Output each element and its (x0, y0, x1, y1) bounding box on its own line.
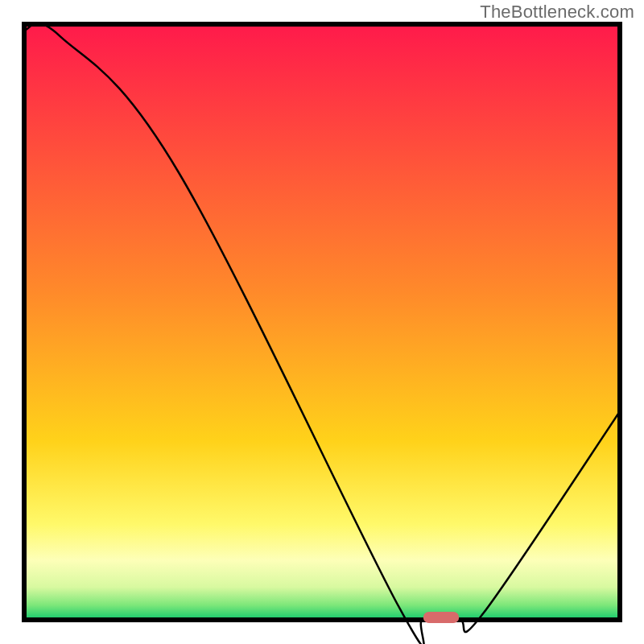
chart-container: TheBottleneck.com (0, 0, 644, 644)
plot-background (24, 24, 620, 620)
optimal-range-marker (423, 612, 459, 623)
watermark-text: TheBottleneck.com (480, 2, 634, 23)
bottleneck-curve-chart (0, 0, 644, 644)
